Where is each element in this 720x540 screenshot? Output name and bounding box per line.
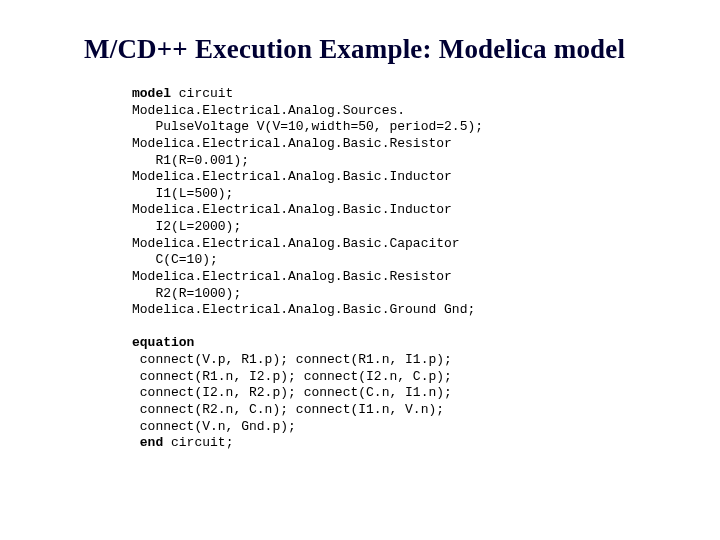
code-line: Modelica.Electrical.Analog.Basic.Resisto… <box>132 269 452 284</box>
code-line: Modelica.Electrical.Analog.Sources. <box>132 103 405 118</box>
code-line: Modelica.Electrical.Analog.Basic.Capacit… <box>132 236 460 251</box>
code-block: model circuit Modelica.Electrical.Analog… <box>132 86 592 452</box>
code-line: connect(V.n, Gnd.p); <box>132 419 296 434</box>
code-line: I2(L=2000); <box>132 219 241 234</box>
code-line: R2(R=1000); <box>132 286 241 301</box>
code-line: PulseVoltage V(V=10,width=50, period=2.5… <box>132 119 483 134</box>
keyword-model: model <box>132 86 171 101</box>
code-line: connect(V.p, R1.p); connect(R1.n, I1.p); <box>132 352 452 367</box>
keyword-equation: equation <box>132 335 194 350</box>
code-line: circuit; <box>163 435 233 450</box>
code-line: connect(R1.n, I2.p); connect(I2.n, C.p); <box>132 369 452 384</box>
code-line: circuit <box>171 86 233 101</box>
slide: M/CD++ Execution Example: Modelica model… <box>0 0 720 540</box>
code-line <box>132 435 140 450</box>
code-line: Modelica.Electrical.Analog.Basic.Inducto… <box>132 169 452 184</box>
code-line: R1(R=0.001); <box>132 153 249 168</box>
code-line: connect(I2.n, R2.p); connect(C.n, I1.n); <box>132 385 452 400</box>
slide-title: M/CD++ Execution Example: Modelica model <box>84 34 720 65</box>
code-line: Modelica.Electrical.Analog.Basic.Ground … <box>132 302 475 317</box>
keyword-end: end <box>140 435 163 450</box>
code-line: connect(R2.n, C.n); connect(I1.n, V.n); <box>132 402 444 417</box>
code-line: Modelica.Electrical.Analog.Basic.Inducto… <box>132 202 452 217</box>
code-line: Modelica.Electrical.Analog.Basic.Resisto… <box>132 136 452 151</box>
code-line: I1(L=500); <box>132 186 233 201</box>
code-line: C(C=10); <box>132 252 218 267</box>
